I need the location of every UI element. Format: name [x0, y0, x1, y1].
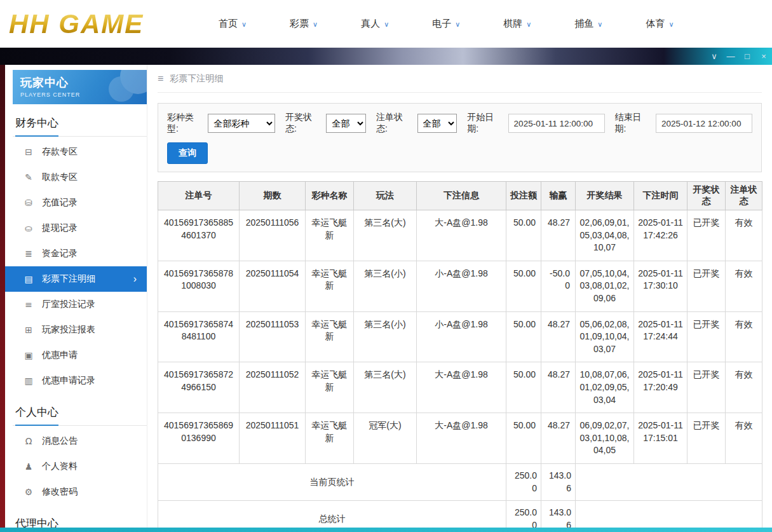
search-button[interactable]: 查询 — [167, 142, 208, 164]
sidebar-subtitle: PLAYERS CENTER — [20, 92, 139, 98]
window-close-icon[interactable]: × — [755, 48, 772, 65]
funds-record-icon: ≣ — [23, 249, 34, 259]
col-bet-info: 下注信息 — [417, 182, 506, 210]
draw-status-select[interactable]: 全部 — [326, 114, 366, 133]
nav-item-cards[interactable]: 棋牌∨ — [503, 18, 531, 30]
sidebar-section-personal: 个人中心 — [13, 400, 147, 426]
sidebar-item-withdrawal-record[interactable]: ⛀ 提现记录 — [5, 215, 147, 241]
window-maximize-icon[interactable]: □ — [739, 48, 755, 65]
player-bet-report-icon: ⊞ — [23, 325, 34, 335]
recharge-record-icon: ⛁ — [23, 198, 34, 208]
table-row: 401569173658748481100 20250111053 幸运飞艇新 … — [158, 311, 762, 362]
summary-row-current-page: 当前页统计 250.00 143.06 — [158, 463, 762, 500]
sidebar-item-label: 消息公告 — [42, 435, 78, 447]
sidebar-item-label: 优惠申请记录 — [42, 375, 95, 386]
chevron-right-icon: › — [133, 273, 137, 285]
table-row: 401569173658690136990 20250111051 幸运飞艇新 … — [158, 413, 762, 464]
bet-detail-table: 注单号 期数 彩种名称 玩法 下注信息 投注额 输赢 开奖结果 下注时间 开奖状… — [158, 181, 762, 532]
sidebar-item-label: 取款专区 — [42, 172, 78, 183]
bottom-decor-strip — [0, 528, 772, 532]
chevron-down-icon: ∨ — [597, 20, 602, 28]
nav-item-live[interactable]: 真人∨ — [361, 18, 389, 30]
sidebar-item-label: 玩家投注报表 — [42, 324, 95, 336]
menu-icon[interactable]: ≡ — [158, 73, 163, 85]
breadcrumb: ≡ 彩票下注明细 — [158, 65, 762, 93]
page-title: 彩票下注明细 — [170, 73, 223, 85]
sidebar-item-label: 优惠申请 — [42, 350, 78, 361]
table-row: 401569173658854601370 20250111056 幸运飞艇新 … — [158, 210, 762, 261]
chevron-down-icon: ∨ — [526, 20, 531, 28]
nav-item-lottery[interactable]: 彩票∨ — [290, 18, 318, 30]
sidebar-item-label: 提现记录 — [42, 222, 78, 234]
sidebar-item-player-bet-report[interactable]: ⊞ 玩家投注报表 — [5, 317, 147, 343]
nav-item-home[interactable]: 首页∨ — [219, 18, 247, 30]
window-minimize-icon[interactable]: — — [722, 48, 739, 65]
end-date-label: 结束日期: — [615, 112, 652, 135]
window-titlebar: ∨ — □ × — [0, 48, 772, 65]
sidebar-item-label: 彩票下注明细 — [42, 273, 95, 285]
table-row: 401569173658781008030 20250111054 幸运飞艇新 … — [158, 261, 762, 311]
sidebar-item-promo-apply[interactable]: ▣ 优惠申请 — [5, 343, 147, 368]
sidebar-item-label: 存款专区 — [42, 146, 78, 158]
chevron-down-icon: ∨ — [668, 20, 674, 28]
col-order-no: 注单号 — [158, 182, 240, 210]
gear-icon: ⚙ — [23, 487, 34, 497]
promo-record-icon: ▥ — [23, 376, 34, 386]
main-nav: 首页∨ 彩票∨ 真人∨ 电子∨ 棋牌∨ 捕鱼∨ 体育∨ — [219, 18, 674, 30]
sidebar-item-profile[interactable]: ♟ 个人资料 — [5, 454, 147, 479]
nav-item-slots[interactable]: 电子∨ — [432, 18, 460, 30]
sidebar-item-withdraw[interactable]: ✎ 取款专区 — [5, 165, 147, 190]
order-status-label: 注单状态: — [376, 112, 413, 135]
window-collapse-icon[interactable]: ∨ — [706, 48, 722, 65]
site-header: HH GAME 首页∨ 彩票∨ 真人∨ 电子∨ 棋牌∨ 捕鱼∨ 体育∨ — [0, 0, 772, 48]
chevron-down-icon: ∨ — [241, 20, 247, 28]
lottery-type-select[interactable]: 全部彩种 — [208, 114, 275, 133]
sidebar-item-promo-record[interactable]: ▥ 优惠申请记录 — [5, 368, 147, 393]
table-row: 401569173658724966150 20250111052 幸运飞艇新 … — [158, 362, 762, 413]
bell-icon: Ω — [23, 436, 34, 446]
start-date-label: 开始日期: — [467, 112, 504, 135]
sidebar-item-deposit[interactable]: ⊟ 存款专区 — [5, 139, 147, 165]
withdrawal-record-icon: ⛀ — [23, 223, 34, 233]
col-lottery: 彩种名称 — [306, 182, 354, 210]
main-content: ≡ 彩票下注明细 彩种类型: 全部彩种 开奖状态: 全部 注单状态: 全部 开始… — [147, 65, 772, 532]
sidebar-item-hall-bet-record[interactable]: ≡ 厅室投注记录 — [5, 292, 147, 317]
start-date-input[interactable] — [508, 114, 605, 133]
chevron-down-icon: ∨ — [384, 20, 389, 28]
col-period: 期数 — [240, 182, 306, 210]
sidebar-item-messages[interactable]: Ω 消息公告 — [5, 428, 147, 454]
withdraw-icon: ✎ — [23, 172, 34, 182]
lottery-bet-detail-icon: ▤ — [23, 274, 34, 284]
col-draw-status: 开奖状态 — [687, 182, 726, 210]
table-header-row: 注单号 期数 彩种名称 玩法 下注信息 投注额 输赢 开奖结果 下注时间 开奖状… — [158, 182, 762, 210]
promo-apply-icon: ▣ — [23, 350, 34, 360]
sidebar-item-label: 个人资料 — [42, 461, 78, 472]
sidebar-item-label: 修改密码 — [42, 486, 78, 498]
chevron-down-icon: ∨ — [455, 20, 460, 28]
user-icon: ♟ — [23, 461, 34, 472]
end-date-input[interactable] — [656, 114, 752, 133]
sidebar-item-lottery-bet-detail[interactable]: ▤ 彩票下注明细 › — [5, 266, 147, 292]
sidebar: 玩家中心 PLAYERS CENTER 财务中心 ⊟ 存款专区 ✎ 取款专区 ⛁… — [5, 65, 147, 532]
nav-item-fishing[interactable]: 捕鱼∨ — [574, 18, 602, 30]
sidebar-item-label: 充值记录 — [42, 197, 78, 208]
filter-panel: 彩种类型: 全部彩种 开奖状态: 全部 注单状态: 全部 开始日期: 结束日期:… — [158, 103, 762, 172]
sidebar-item-label: 资金记录 — [42, 248, 78, 259]
chevron-down-icon: ∨ — [313, 20, 318, 28]
order-status-select[interactable]: 全部 — [417, 114, 457, 133]
app-frame: 玩家中心 PLAYERS CENTER 财务中心 ⊟ 存款专区 ✎ 取款专区 ⛁… — [0, 65, 772, 532]
deposit-icon: ⊟ — [23, 147, 34, 157]
draw-status-label: 开奖状态: — [285, 112, 322, 135]
sidebar-item-recharge-record[interactable]: ⛁ 充值记录 — [5, 190, 147, 215]
nav-item-sports[interactable]: 体育∨ — [646, 18, 674, 30]
sidebar-item-change-password[interactable]: ⚙ 修改密码 — [5, 479, 147, 505]
col-amount: 投注额 — [506, 182, 541, 210]
sidebar-section-finance: 财务中心 — [13, 111, 147, 137]
sidebar-title: 玩家中心 — [20, 75, 139, 90]
left-decor-strip — [0, 65, 5, 532]
logo: HH GAME — [9, 9, 200, 39]
sidebar-item-funds-record[interactable]: ≣ 资金记录 — [5, 241, 147, 266]
col-time: 下注时间 — [634, 182, 687, 210]
col-result: 开奖结果 — [576, 182, 634, 210]
sidebar-item-label: 厅室投注记录 — [42, 299, 95, 310]
